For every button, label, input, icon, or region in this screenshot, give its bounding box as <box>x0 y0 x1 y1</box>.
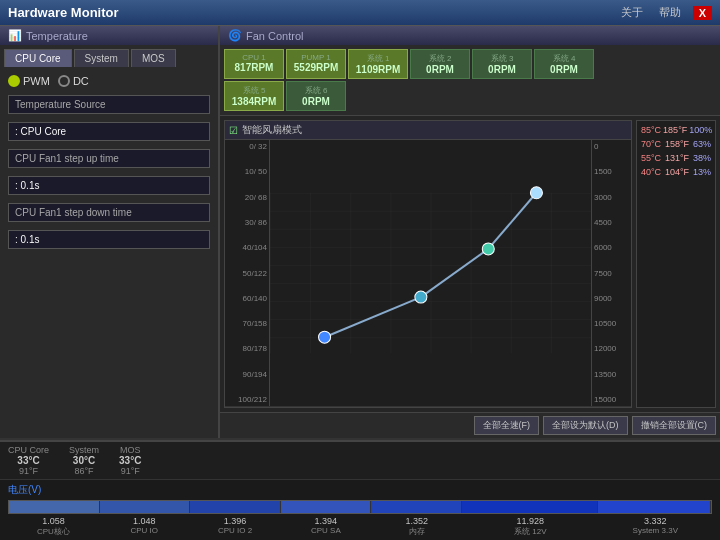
legend-row: 85°C185°F100% <box>641 125 711 135</box>
voltage-name: CPU IO <box>130 526 158 535</box>
y-axis-rpm-label: 13500 <box>594 370 629 379</box>
chart-checkbox[interactable]: ☑ <box>229 125 238 136</box>
voltage-section-label[interactable]: 电压(V) <box>8 483 712 497</box>
y-axis-rpm-label: 7500 <box>594 269 629 278</box>
legend-row: 55°C131°F38% <box>641 153 711 163</box>
chart-title: ☑ 智能风扇模式 <box>225 121 631 140</box>
y-axis-rpm-label: 3000 <box>594 193 629 202</box>
svg-point-5 <box>415 291 427 303</box>
voltage-label-item: 11.928系统 12V <box>462 516 599 537</box>
voltage-segment <box>190 501 281 513</box>
voltage-segment <box>371 501 462 513</box>
temp-icon: 📊 <box>8 29 22 42</box>
svg-point-6 <box>482 243 494 255</box>
voltage-label-item: 1.396CPU IO 2 <box>190 516 281 537</box>
voltage-section: 电压(V) 1.058CPU核心1.048CPU IO1.396CPU IO 2… <box>0 479 720 540</box>
pwm-label: PWM <box>23 75 50 87</box>
y-axis-label: 40/104 <box>227 243 267 252</box>
y-axis-label: 70/158 <box>227 319 267 328</box>
fan-step-down-label: CPU Fan1 step down time <box>8 203 210 222</box>
status-label: System <box>69 445 99 455</box>
svg-point-7 <box>530 187 542 199</box>
y-axis-rpm-label: 12000 <box>594 344 629 353</box>
y-axis-right: 1500013500120001050090007500600045003000… <box>591 140 631 406</box>
close-button[interactable]: X <box>693 6 712 20</box>
chart-footer: 全部全速(F) 全部设为默认(D) 撤销全部设置(C) <box>220 412 720 438</box>
y-axis-label: 60/140 <box>227 294 267 303</box>
help-button[interactable]: 帮助 <box>655 4 685 21</box>
chart-svg-area[interactable] <box>270 140 591 406</box>
dc-radio[interactable]: DC <box>58 75 89 87</box>
dc-radio-dot <box>58 75 70 87</box>
pwm-radio[interactable]: PWM <box>8 75 50 87</box>
save-full-speed-button[interactable]: 全部全速(F) <box>474 416 540 435</box>
y-axis-rpm-label: 0 <box>594 142 629 151</box>
set-default-button[interactable]: 全部设为默认(D) <box>543 416 628 435</box>
left-controls: PWM DC Temperature Source : CPU Core CPU… <box>0 67 218 438</box>
tab-cpu-core[interactable]: CPU Core <box>4 49 72 67</box>
voltage-segment <box>598 501 711 513</box>
y-axis-rpm-label: 1500 <box>594 167 629 176</box>
status-item: System30°C86°F <box>69 445 99 476</box>
tab-system[interactable]: System <box>74 49 129 67</box>
status-sub: 86°F <box>74 466 93 476</box>
chart-body: 100/21290/19480/17870/15860/14050/12240/… <box>225 140 631 406</box>
voltage-segment <box>9 501 100 513</box>
voltage-label-item: 1.394CPU SA <box>280 516 371 537</box>
about-button[interactable]: 关于 <box>617 4 647 21</box>
temp-source-label-box: Temperature Source <box>8 95 210 114</box>
legend-pct: 100% <box>689 125 712 135</box>
voltage-value: 3.332 <box>644 516 667 526</box>
chart-container: ☑ 智能风扇模式 100/21290/19480/17870/15860/140… <box>224 120 632 408</box>
temp-header-label: Temperature <box>26 30 88 42</box>
svg-point-4 <box>319 331 331 343</box>
legend-pct: 13% <box>693 167 711 177</box>
voltage-segment <box>462 501 598 513</box>
pwm-radio-dot <box>8 75 20 87</box>
svg-rect-0 <box>270 193 591 354</box>
revert-all-button[interactable]: 撤销全部设置(C) <box>632 416 717 435</box>
voltage-value: 1.396 <box>224 516 247 526</box>
bottom-status-bar: CPU Core33°C91°FSystem30°C86°FMOS33°C91°… <box>0 440 720 479</box>
status-temp: 30°C <box>73 455 95 466</box>
legend-temp: 55°C <box>641 153 661 163</box>
fan-rpm-cell: 系统 51384RPM <box>224 81 284 111</box>
fan-step-up-label: CPU Fan1 step up time <box>8 149 210 168</box>
y-axis-label: 20/ 68 <box>227 193 267 202</box>
status-sub: 91°F <box>121 466 140 476</box>
fan-panel-header: 🌀 Fan Control <box>220 26 720 45</box>
legend-temp: 40°C <box>641 167 661 177</box>
left-panel: 📊 Temperature CPU Core System MOS PWM DC <box>0 26 220 438</box>
temp-panel-header: 📊 Temperature <box>0 26 218 45</box>
dc-label: DC <box>73 75 89 87</box>
temp-source-value-box[interactable]: : CPU Core <box>8 122 210 141</box>
status-temp: 33°C <box>119 455 141 466</box>
legend-pct: 63% <box>693 139 711 149</box>
voltage-name: System 3.3V <box>633 526 678 535</box>
y-axis-label: 50/122 <box>227 269 267 278</box>
legend-row: 70°C158°F63% <box>641 139 711 149</box>
voltage-bar <box>8 500 712 514</box>
y-axis-label: 0/ 32 <box>227 142 267 151</box>
status-item: MOS33°C91°F <box>119 445 141 476</box>
fan-step-down-value[interactable]: : 0.1s <box>8 230 210 249</box>
tab-mos[interactable]: MOS <box>131 49 176 67</box>
fan-rpm-cell: 系统 30RPM <box>472 49 532 79</box>
app-title: Hardware Monitor <box>8 5 119 20</box>
fan-icon: 🌀 <box>228 29 242 42</box>
y-axis-label: 10/ 50 <box>227 167 267 176</box>
y-axis-label: 90/194 <box>227 370 267 379</box>
fan-rpm-cell: 系统 11109RPM <box>348 49 408 79</box>
legend-pct: 38% <box>693 153 711 163</box>
legend-f: 131°F <box>665 153 689 163</box>
status-temp: 33°C <box>17 455 39 466</box>
voltage-value: 1.058 <box>42 516 65 526</box>
legend-temp: 85°C <box>641 125 661 135</box>
voltage-labels: 1.058CPU核心1.048CPU IO1.396CPU IO 21.394C… <box>8 516 712 537</box>
y-axis-rpm-label: 6000 <box>594 243 629 252</box>
fan-rpm-cell: PUMP 15529RPM <box>286 49 346 79</box>
fan-step-up-value[interactable]: : 0.1s <box>8 176 210 195</box>
fan-rpm-cell: 系统 20RPM <box>410 49 470 79</box>
fan-rpm-cell: 系统 60RPM <box>286 81 346 111</box>
fan-rpm-cell: 系统 40RPM <box>534 49 594 79</box>
